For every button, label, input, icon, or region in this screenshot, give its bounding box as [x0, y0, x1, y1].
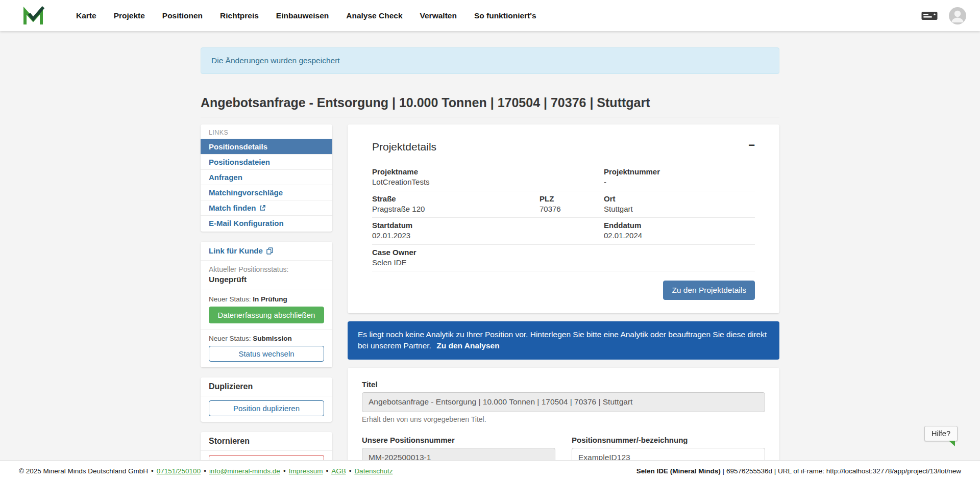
case-owner-value: Selen IDE	[372, 258, 540, 267]
nav-karte[interactable]: Karte	[68, 7, 104, 24]
footer-email-link[interactable]: info@mineral-minds.de	[209, 467, 280, 475]
sidebar-item-matchingvorschlaege[interactable]: Matchingvorschläge	[201, 185, 332, 200]
link-fuer-kunde[interactable]: Link für Kunde	[209, 246, 273, 255]
user-avatar[interactable]	[948, 7, 967, 25]
status-card: Link für Kunde Aktueller Positionsstatus…	[201, 242, 332, 367]
nav-so-funktionierts[interactable]: So funktioniert's	[467, 7, 544, 24]
startdatum-value: 02.01.2023	[372, 231, 540, 240]
ort-label: Ort	[604, 194, 755, 203]
positionsnummer-bezeichnung-label: Positionsnummer/-bezeichnung	[572, 436, 765, 444]
sidebar-item-positionsdetails[interactable]: Positionsdetails	[201, 139, 332, 154]
copy-icon	[266, 247, 273, 255]
cancel-title: Stornieren	[209, 437, 324, 446]
titel-input[interactable]	[362, 392, 765, 412]
page-title: Angebotsanfrage - Entsorgung | 10.000 To…	[201, 95, 779, 117]
enddatum-label: Enddatum	[604, 221, 755, 230]
project-details-title: Projektdetails	[372, 141, 755, 153]
nav-analyse-check[interactable]: Analyse Check	[338, 7, 410, 24]
case-owner-label: Case Owner	[372, 248, 540, 257]
status-wechseln-button[interactable]: Status wechseln	[209, 346, 324, 362]
next-status-line-1: Neuer Status: In Prüfung	[209, 295, 324, 303]
link-fuer-kunde-label: Link für Kunde	[209, 246, 263, 255]
enddatum-value: 02.01.2024	[604, 231, 755, 240]
next-status-line-2: Neuer Status: Submission	[209, 335, 324, 342]
sidebar-item-anfragen[interactable]: Anfragen	[201, 169, 332, 185]
plz-label: PLZ	[540, 194, 604, 203]
nav-positionen[interactable]: Positionen	[155, 7, 210, 24]
footer-datenschutz-link[interactable]: Datenschutz	[354, 467, 393, 475]
ort-value: Stuttgart	[604, 205, 755, 213]
footer-right: Selen IDE (Mineral Minds) | 69576255536d…	[636, 467, 961, 475]
match-finden-label: Match finden	[209, 204, 256, 212]
analytics-banner-text: Es liegt noch keine Analytik zu Ihrer Po…	[358, 330, 767, 350]
titel-label: Titel	[362, 380, 765, 389]
startdatum-label: Startdatum	[372, 221, 540, 230]
footer: © 2025 Mineral Minds Deutschland GmbH • …	[0, 460, 980, 481]
navbar-right	[921, 7, 967, 25]
collapse-icon[interactable]: −	[748, 140, 755, 151]
zu-den-projektdetails-button[interactable]: Zu den Projektdetails	[663, 281, 755, 300]
sidebar: LINKS Positionsdetails Positionsdateien …	[201, 124, 332, 476]
strasse-value: Pragstraße 120	[372, 205, 540, 213]
footer-left: © 2025 Mineral Minds Deutschland GmbH • …	[19, 467, 393, 475]
datenerfassung-abschliessen-button[interactable]: Datenerfassung abschließen	[209, 307, 324, 323]
nav-einbauweisen[interactable]: Einbauweisen	[268, 7, 336, 24]
projektnummer-label: Projektnummer	[604, 167, 755, 176]
project-fields: Projektname LotCreationTests Projektnumm…	[372, 164, 755, 271]
projektnummer-value: -	[604, 178, 755, 186]
footer-agb-link[interactable]: AGB	[331, 467, 346, 475]
main-column: Projektdetails − Projektname LotCreation…	[348, 124, 779, 481]
footer-phone-link[interactable]: 07151/250100	[157, 467, 201, 475]
unsere-positionsnummer-label: Unsere Positionsnummer	[362, 436, 555, 444]
sidebar-item-match-finden[interactable]: Match finden	[201, 200, 332, 215]
main-nav: Karte Projekte Positionen Richtpreis Ein…	[68, 7, 544, 24]
footer-user: Selen IDE (Mineral Minds)	[636, 467, 721, 475]
duplicate-title: Duplizieren	[209, 382, 324, 391]
sidebar-item-email-konfiguration[interactable]: E-Mail Konfiguration	[201, 215, 332, 231]
mineral-minds-logo[interactable]	[22, 6, 45, 26]
sidebar-links-card: LINKS Positionsdetails Positionsdateien …	[201, 124, 332, 232]
next-status-value-2: Submission	[253, 335, 292, 342]
logo-icon	[22, 6, 45, 26]
success-alert: Die Änderungen wurden gespeichert	[201, 47, 779, 74]
strasse-label: Straße	[372, 194, 540, 203]
nav-projekte[interactable]: Projekte	[106, 7, 153, 24]
sidebar-item-positionsdateien[interactable]: Positionsdateien	[201, 154, 332, 169]
analytics-banner: Es liegt noch keine Analytik zu Ihrer Po…	[348, 321, 779, 360]
nav-richtpreis[interactable]: Richtpreis	[212, 7, 266, 24]
server-icon[interactable]	[921, 10, 938, 22]
top-navbar: Karte Projekte Positionen Richtpreis Ein…	[0, 0, 980, 31]
links-header: LINKS	[201, 124, 332, 139]
footer-session-id: 69576255536d	[726, 467, 772, 475]
hilfe-button[interactable]: Hilfe?	[924, 426, 958, 441]
nav-verwalten[interactable]: Verwalten	[412, 7, 464, 24]
footer-iframe-url: URL of iFrame: http://localhost:32778/ap…	[778, 467, 961, 475]
titel-help: Erhält den von uns vorgegebenen Titel.	[362, 415, 765, 423]
project-details-card: Projektdetails − Projektname LotCreation…	[348, 124, 779, 313]
projektname-label: Projektname	[372, 167, 540, 176]
current-status-label: Aktueller Positionsstatus:	[209, 265, 324, 273]
projektname-value: LotCreationTests	[372, 178, 540, 186]
footer-copyright: © 2025 Mineral Minds Deutschland GmbH	[19, 467, 148, 475]
duplicate-card: Duplizieren Position duplizieren	[201, 377, 332, 422]
external-link-icon	[259, 205, 266, 211]
zu-den-analysen-link[interactable]: Zu den Analysen	[436, 341, 499, 350]
next-status-value-1: In Prüfung	[253, 295, 287, 303]
current-status-value: Ungeprüft	[209, 275, 324, 284]
plz-value: 70376	[540, 205, 604, 213]
position-duplizieren-button[interactable]: Position duplizieren	[209, 400, 324, 416]
page-content: Die Änderungen wurden gespeichert Angebo…	[201, 47, 779, 481]
footer-impressum-link[interactable]: Impressum	[289, 467, 323, 475]
